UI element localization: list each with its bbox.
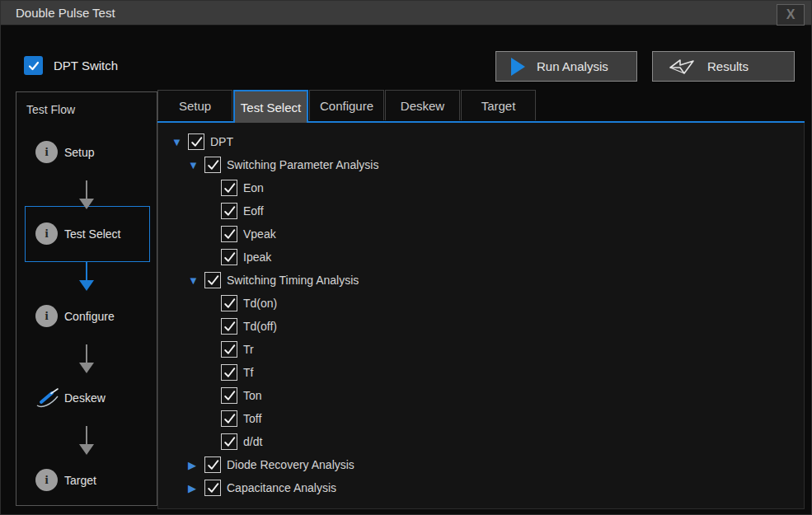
check-icon [206, 458, 220, 472]
expander-collapsed-icon[interactable]: ▶ [188, 459, 204, 471]
dpt-switch-checkbox[interactable] [24, 56, 43, 75]
tab-label: Target [481, 99, 516, 113]
results-button[interactable]: Results [652, 51, 795, 82]
tree-checkbox[interactable] [204, 480, 221, 496]
tree-checkbox[interactable] [221, 226, 237, 242]
tree-item-label: DPT [210, 135, 233, 148]
tree-item-label: Switching Timing Analysis [227, 274, 359, 287]
flow-step-label: Configure [64, 310, 115, 323]
tree-checkbox[interactable] [221, 203, 237, 219]
tree-row-vpeak: Vpeak [158, 222, 804, 246]
tree-row-switching-timing-analysis: ▼Switching Timing Analysis [158, 269, 804, 292]
tab-setup[interactable]: Setup [157, 90, 232, 120]
tree-checkbox[interactable] [204, 456, 221, 473]
info-icon: i [35, 305, 58, 327]
tree-checkbox[interactable] [204, 157, 221, 173]
tree-checkbox[interactable] [221, 249, 237, 265]
tree-row-dpt: ▼DPT [158, 130, 804, 153]
flow-arrow-3 [79, 344, 94, 373]
tree-checkbox[interactable] [221, 387, 237, 404]
tree-checkbox[interactable] [221, 295, 237, 311]
tree-row-switching-parameter-analysis: ▼Switching Parameter Analysis [158, 153, 804, 176]
check-icon [206, 158, 220, 172]
tree-checkbox[interactable] [221, 364, 237, 381]
tree-item-label: Vpeak [243, 227, 276, 241]
check-icon [206, 481, 220, 495]
check-icon [223, 204, 237, 218]
expander-expanded-icon[interactable]: ▼ [171, 136, 188, 148]
run-analysis-button[interactable]: Run Analysis [495, 51, 637, 82]
tree-checkbox[interactable] [221, 318, 237, 335]
tree-item-label: Capacitance Analysis [227, 481, 336, 494]
test-select-tree: ▼DPT▼Switching Parameter AnalysisEonEoff… [157, 123, 805, 509]
tree-item-label: Td(on) [243, 297, 277, 310]
tab-deskew[interactable]: Deskew [385, 90, 460, 120]
results-label: Results [707, 59, 749, 73]
play-icon [511, 58, 525, 76]
flow-step-target[interactable]: iTarget [16, 466, 157, 495]
expander-collapsed-icon[interactable]: ▶ [188, 482, 204, 494]
check-icon [206, 274, 220, 288]
tree-item-label: Td(off) [243, 320, 277, 333]
tree-checkbox[interactable] [221, 341, 237, 358]
test-flow-title: Test Flow [26, 103, 75, 116]
tree-row-d-dt: d/dt [158, 430, 804, 453]
check-icon [223, 343, 237, 357]
flow-step-label: Target [64, 474, 96, 487]
check-icon [223, 389, 237, 403]
tree-item-label: Switching Parameter Analysis [227, 158, 378, 171]
close-button[interactable]: X [777, 4, 805, 26]
tree-item-label: Ton [243, 389, 262, 402]
tab-label: Configure [320, 99, 373, 113]
tab-target[interactable]: Target [461, 90, 536, 120]
tree-row-td-on: Td(on) [158, 292, 804, 315]
flow-step-label: Deskew [64, 391, 106, 405]
flow-arrow-2 [79, 262, 94, 291]
check-icon [223, 366, 237, 380]
tab-label: Test Select [241, 101, 301, 115]
tree-row-diode-recovery-analysis: ▶Diode Recovery Analysis [158, 453, 804, 476]
flow-step-label: Test Select [64, 227, 120, 241]
expander-expanded-icon[interactable]: ▼ [188, 274, 204, 287]
info-icon: i [35, 469, 58, 491]
double-pulse-test-dialog: { "window": { "title": "Double Pulse Tes… [0, 0, 812, 515]
tab-label: Deskew [401, 99, 444, 113]
tree-checkbox[interactable] [221, 433, 237, 450]
tree-row-tr: Tr [158, 338, 804, 361]
tree-item-label: Diode Recovery Analysis [227, 458, 354, 471]
tree-row-eon: Eon [158, 176, 804, 199]
check-icon [27, 59, 40, 73]
tree-item-label: Eon [243, 181, 264, 194]
tree-item-label: Eoff [243, 204, 264, 218]
tab-label: Setup [179, 99, 211, 113]
check-icon [223, 435, 237, 449]
dpt-switch: DPT Switch [24, 56, 118, 75]
tree-checkbox[interactable] [204, 272, 221, 288]
window-title: Double Pulse Test [1, 6, 115, 20]
tab-test-select[interactable]: Test Select [233, 90, 308, 123]
test-flow-panel: Test Flow iSetupiTest SelectiConfigureDe… [16, 91, 157, 506]
flow-arrow-4 [79, 426, 94, 455]
tree-checkbox[interactable] [188, 133, 204, 150]
flow-step-deskew[interactable]: Deskew [16, 383, 157, 413]
tree-checkbox[interactable] [221, 180, 237, 196]
tree-item-label: Tf [243, 366, 253, 379]
run-analysis-label: Run Analysis [537, 59, 608, 73]
tree-row-tf: Tf [158, 361, 804, 384]
tree-row-ipeak: Ipeak [158, 246, 804, 269]
flow-step-configure[interactable]: iConfigure [16, 302, 157, 331]
tree-item-label: d/dt [243, 435, 262, 448]
flow-step-setup[interactable]: iSetup [16, 138, 157, 167]
tree-item-label: Tr [243, 343, 254, 356]
tree-item-label: Ipeak [243, 250, 271, 264]
tree-item-label: Toff [243, 412, 261, 425]
check-icon [223, 250, 237, 265]
flow-step-label: Setup [64, 146, 95, 159]
tree-row-ton: Ton [158, 384, 804, 407]
expander-expanded-icon[interactable]: ▼ [188, 159, 204, 171]
tree-row-td-off: Td(off) [158, 315, 804, 338]
tree-checkbox[interactable] [221, 410, 237, 427]
tree-row-toff: Toff [158, 407, 804, 430]
flow-step-test-select[interactable]: iTest Select [16, 219, 157, 249]
tab-configure[interactable]: Configure [309, 90, 384, 120]
